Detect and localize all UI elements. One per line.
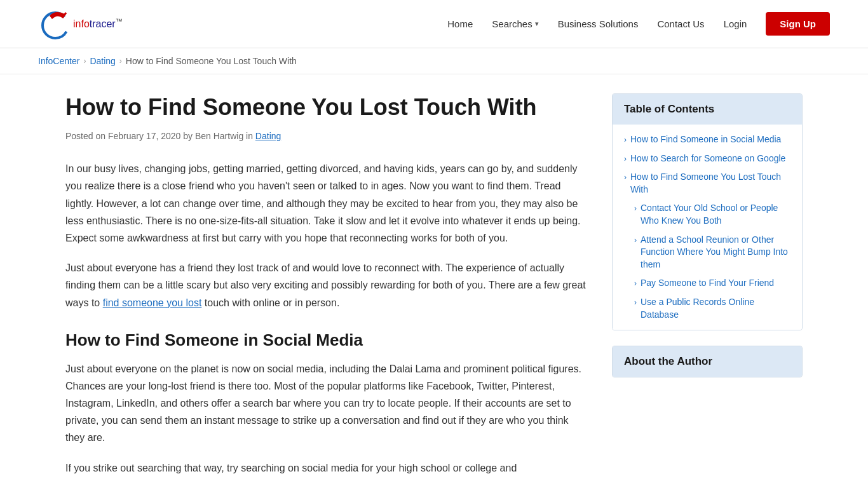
article-para-2: Just about everyone has a friend they lo… bbox=[65, 259, 587, 311]
logo-tracer: tracer bbox=[90, 19, 116, 30]
toc-header: Table of Contents bbox=[613, 94, 802, 125]
breadcrumb-sep-1: › bbox=[83, 57, 86, 65]
page-layout: How to Find Someone You Lost Touch With … bbox=[27, 74, 841, 488]
toc-link-4[interactable]: Contact Your Old School or People Who Kn… bbox=[641, 202, 790, 227]
logo-text: infotracer™ bbox=[73, 17, 123, 30]
nav-login[interactable]: Login bbox=[724, 18, 747, 29]
article-body: In our busy lives, changing jobs, gettin… bbox=[65, 160, 587, 477]
toc-link-3[interactable]: How to Find Someone You Lost Touch With bbox=[630, 171, 790, 196]
nav-business[interactable]: Business Solutions bbox=[558, 18, 639, 29]
toc-link-6[interactable]: Pay Someone to Find Your Friend bbox=[641, 277, 774, 290]
article-section1-para-1: Just about everyone on the planet is now… bbox=[65, 360, 587, 447]
sidebar: Table of Contents › How to Find Someone … bbox=[612, 93, 803, 488]
about-header: About the Author bbox=[613, 346, 802, 377]
nav-contact[interactable]: Contact Us bbox=[657, 18, 704, 29]
toc-arrow-7: › bbox=[634, 298, 637, 307]
toc-list: › How to Find Someone in Social Media › … bbox=[613, 125, 802, 330]
main-nav: Home Searches ▾ Business Solutions Conta… bbox=[447, 12, 830, 36]
toc-item-7: › Use a Public Records Online Database bbox=[624, 296, 790, 321]
logo-icon bbox=[38, 6, 73, 41]
logo-info: info bbox=[73, 19, 90, 30]
nav-searches[interactable]: Searches ▾ bbox=[492, 18, 538, 29]
breadcrumb-dating[interactable]: Dating bbox=[90, 56, 115, 66]
chevron-down-icon: ▾ bbox=[535, 20, 539, 28]
toc-item-6: › Pay Someone to Find Your Friend bbox=[624, 277, 790, 290]
toc-item-5: › Attend a School Reunion or Other Funct… bbox=[624, 234, 790, 271]
toc-item-3: › How to Find Someone You Lost Touch Wit… bbox=[624, 171, 790, 196]
toc-box: Table of Contents › How to Find Someone … bbox=[612, 93, 803, 330]
breadcrumb-sep-2: › bbox=[119, 57, 122, 65]
toc-link-2[interactable]: How to Search for Someone on Google bbox=[630, 152, 785, 165]
breadcrumb-infocenter[interactable]: InfoCenter bbox=[38, 56, 79, 66]
site-header: infotracer™ Home Searches ▾ Business Sol… bbox=[0, 0, 868, 48]
toc-arrow-5: › bbox=[634, 236, 637, 245]
article-meta-category[interactable]: Dating bbox=[255, 131, 281, 141]
nav-home[interactable]: Home bbox=[447, 18, 473, 29]
find-someone-link[interactable]: find someone you lost bbox=[103, 297, 202, 308]
toc-arrow-2: › bbox=[624, 154, 627, 163]
toc-item-2: › How to Search for Someone on Google bbox=[624, 152, 790, 165]
article-para-2-suffix: touch with online or in person. bbox=[201, 297, 339, 308]
article-meta-text: Posted on February 17, 2020 by Ben Hartw… bbox=[65, 131, 253, 141]
about-box: About the Author bbox=[612, 346, 803, 377]
article-meta: Posted on February 17, 2020 by Ben Hartw… bbox=[65, 131, 587, 141]
breadcrumb-current: How to Find Someone You Lost Touch With bbox=[126, 56, 297, 66]
nav-searches-link[interactable]: Searches bbox=[492, 18, 532, 29]
toc-link-7[interactable]: Use a Public Records Online Database bbox=[641, 296, 790, 321]
signup-button[interactable]: Sign Up bbox=[766, 12, 830, 36]
toc-arrow-4: › bbox=[634, 204, 637, 213]
toc-item-4: › Contact Your Old School or People Who … bbox=[624, 202, 790, 227]
article-section1-para-2: If you strike out searching that way, tr… bbox=[65, 459, 587, 477]
section-1-title: How to Find Someone in Social Media bbox=[65, 330, 587, 350]
article-title: How to Find Someone You Lost Touch With bbox=[65, 93, 587, 121]
toc-link-1[interactable]: How to Find Someone in Social Media bbox=[630, 133, 781, 146]
logo[interactable]: infotracer™ bbox=[38, 6, 123, 41]
article-para-1: In our busy lives, changing jobs, gettin… bbox=[65, 160, 587, 247]
toc-link-5[interactable]: Attend a School Reunion or Other Functio… bbox=[641, 234, 790, 271]
toc-arrow-6: › bbox=[634, 279, 637, 288]
toc-arrow-1: › bbox=[624, 135, 627, 144]
breadcrumb: InfoCenter › Dating › How to Find Someon… bbox=[0, 48, 868, 74]
article-main: How to Find Someone You Lost Touch With … bbox=[65, 93, 587, 488]
toc-item-1: › How to Find Someone in Social Media bbox=[624, 133, 790, 146]
toc-arrow-3: › bbox=[624, 173, 627, 182]
logo-tm: ™ bbox=[116, 17, 123, 25]
